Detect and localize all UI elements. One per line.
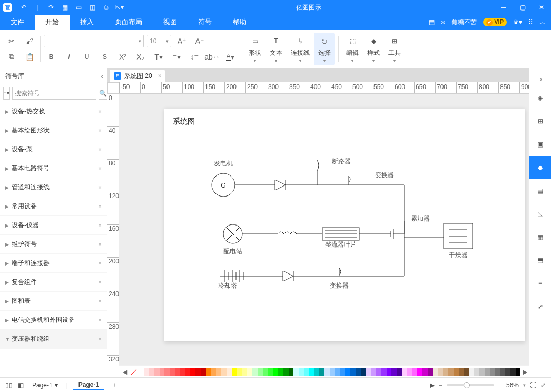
color-swatch[interactable]: [438, 368, 444, 376]
text-direction-button[interactable]: ab↔: [205, 51, 220, 63]
expand-right-icon[interactable]: ››: [540, 72, 541, 86]
layers-panel-icon[interactable]: ◆: [529, 156, 552, 179]
color-swatch[interactable]: [247, 368, 252, 376]
color-swatch[interactable]: [164, 368, 170, 376]
color-swatch[interactable]: [160, 368, 165, 376]
fill-panel-icon[interactable]: ◈: [529, 86, 552, 110]
library-item[interactable]: ▶维护符号×: [0, 235, 107, 254]
save-icon[interactable]: ◫: [88, 4, 96, 11]
menu-help[interactable]: 帮助: [222, 15, 257, 30]
color-swatch[interactable]: [206, 368, 211, 376]
library-item[interactable]: ▶设备-热交换×: [0, 102, 107, 121]
color-swatch[interactable]: [397, 368, 402, 376]
subscript-button[interactable]: X₂: [133, 51, 148, 63]
cut-button[interactable]: ✂: [4, 35, 19, 47]
color-swatch[interactable]: [144, 368, 149, 376]
align-panel-icon[interactable]: ≡: [529, 272, 552, 295]
color-swatch[interactable]: [221, 368, 227, 376]
color-swatch[interactable]: [211, 368, 217, 376]
color-swatch[interactable]: [402, 368, 407, 376]
shape-tool[interactable]: ▭形状▾: [244, 33, 265, 65]
remove-library-icon[interactable]: ×: [98, 241, 102, 248]
color-swatch[interactable]: [469, 368, 474, 376]
library-picker[interactable]: ≡▾: [3, 87, 10, 100]
shrink-font-button[interactable]: A⁻: [192, 35, 207, 47]
color-swatch[interactable]: [278, 368, 283, 376]
menu-symbol[interactable]: 符号: [188, 15, 222, 30]
pages-icon[interactable]: ▯▯: [5, 381, 13, 389]
maximize-button[interactable]: ▢: [513, 0, 532, 15]
color-swatch[interactable]: [330, 368, 335, 376]
redo-icon[interactable]: ↷: [47, 4, 55, 11]
color-swatch[interactable]: [263, 368, 268, 376]
color-swatch[interactable]: [500, 368, 505, 376]
vip-badge[interactable]: VIP: [483, 18, 507, 26]
zoom-in-button[interactable]: +: [498, 381, 502, 389]
menu-home[interactable]: 开始: [35, 15, 70, 30]
color-swatch[interactable]: [175, 368, 180, 376]
remove-library-icon[interactable]: ×: [98, 165, 102, 172]
select-tool[interactable]: ⭮选择▾: [314, 33, 335, 65]
color-swatch[interactable]: [180, 368, 185, 376]
color-swatch[interactable]: [428, 368, 433, 376]
no-color-swatch[interactable]: [130, 368, 138, 376]
font-color-button[interactable]: A▾: [223, 51, 238, 63]
remove-library-icon[interactable]: ×: [98, 184, 102, 191]
grow-font-button[interactable]: A⁺: [174, 35, 189, 47]
color-swatch[interactable]: [293, 368, 299, 376]
color-swatch[interactable]: [454, 368, 459, 376]
color-swatch[interactable]: [154, 368, 160, 376]
library-item[interactable]: ▶图和表×: [0, 292, 107, 311]
message-icon[interactable]: ▤: [429, 18, 435, 26]
export-panel-icon[interactable]: ⬒: [529, 249, 552, 272]
color-swatch[interactable]: [149, 368, 154, 376]
superscript-button[interactable]: X²: [115, 51, 130, 63]
color-swatch[interactable]: [356, 368, 361, 376]
color-swatch[interactable]: [350, 368, 356, 376]
color-swatch[interactable]: [417, 368, 422, 376]
collapse-ribbon-icon[interactable]: ︿: [539, 18, 546, 27]
case-button[interactable]: T▾: [151, 51, 166, 63]
image-panel-icon[interactable]: ▣: [529, 133, 552, 156]
color-swatch[interactable]: [381, 368, 387, 376]
tool-group[interactable]: ⊞工具▾: [384, 33, 405, 65]
color-swatch[interactable]: [242, 368, 247, 376]
fullscreen-panel-icon[interactable]: ⤢: [529, 295, 552, 318]
add-page-button[interactable]: ＋: [110, 380, 119, 390]
copy-button[interactable]: ⧉: [4, 51, 19, 63]
color-swatch[interactable]: [443, 368, 448, 376]
menu-layout[interactable]: 页面布局: [104, 15, 153, 30]
color-swatch[interactable]: [309, 368, 314, 376]
font-size-combo[interactable]: 10▾: [147, 35, 171, 47]
color-swatch[interactable]: [516, 368, 521, 376]
library-item[interactable]: ▶基本电路符号×: [0, 159, 107, 178]
collapse-panel-icon[interactable]: ‹‹: [101, 73, 102, 80]
remove-library-icon[interactable]: ×: [98, 108, 102, 115]
color-swatch[interactable]: [190, 368, 195, 376]
remove-library-icon[interactable]: ×: [98, 317, 102, 324]
search-input[interactable]: [12, 87, 96, 100]
color-swatch[interactable]: [201, 368, 206, 376]
color-swatch[interactable]: [340, 368, 345, 376]
remove-library-icon[interactable]: ×: [98, 127, 102, 134]
page[interactable]: 系统图 G 发电机 断路器: [164, 109, 525, 341]
search-icon[interactable]: 🔍: [99, 87, 107, 100]
palette-right-icon[interactable]: ▶: [520, 368, 529, 376]
library-item[interactable]: ▶管道和连接线×: [0, 178, 107, 197]
color-swatch[interactable]: [324, 368, 330, 376]
color-swatch[interactable]: [490, 368, 495, 376]
color-swatch[interactable]: [422, 368, 428, 376]
color-swatch[interactable]: [376, 368, 381, 376]
library-item[interactable]: ▶端子和连接器×: [0, 254, 107, 273]
paste-button[interactable]: 📋: [22, 51, 37, 63]
color-swatch[interactable]: [407, 368, 412, 376]
remove-library-icon[interactable]: ×: [98, 203, 102, 210]
undo-icon[interactable]: ↶: [20, 4, 27, 11]
remove-library-icon[interactable]: ×: [98, 298, 102, 305]
italic-button[interactable]: I: [62, 51, 76, 63]
share-icon[interactable]: ∞: [441, 18, 446, 26]
color-swatch[interactable]: [289, 368, 294, 376]
strike-button[interactable]: S: [97, 51, 112, 63]
color-swatch[interactable]: [485, 368, 490, 376]
table-panel-icon[interactable]: ▦: [529, 226, 552, 249]
